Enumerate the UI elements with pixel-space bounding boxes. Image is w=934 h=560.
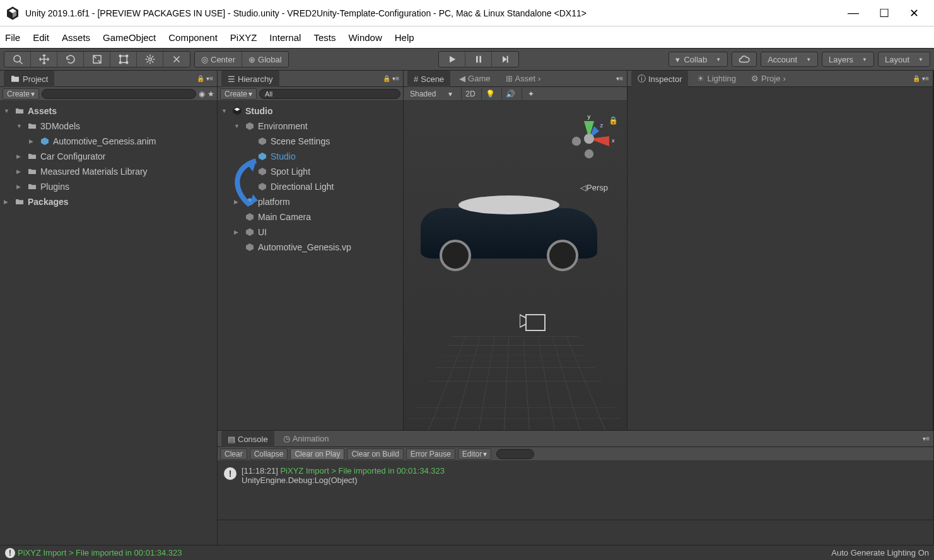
tab-hierarchy[interactable]: ☰ Hierarchy (221, 71, 279, 87)
menu-internal[interactable]: Internal (269, 32, 301, 43)
tab-scene[interactable]: # Scene (407, 71, 450, 87)
tab-lighting[interactable]: ☀ Lighting (691, 72, 742, 85)
fold-toggle-icon[interactable]: ▶ (4, 199, 11, 205)
hierarchy-tree[interactable]: ▼Studio▼EnvironmentScene SettingsStudioS… (218, 101, 403, 430)
tree-item[interactable]: ▶Plugins (0, 179, 217, 194)
menu-gameobject[interactable]: GameObject (103, 32, 156, 43)
menu-file[interactable]: File (5, 32, 20, 43)
console-editor-dropdown[interactable]: Editor ▾ (458, 448, 491, 460)
panel-options-icon[interactable]: 🔒 ▾≡ (197, 75, 213, 82)
pivot-global[interactable]: ⊕ Global (242, 52, 288, 67)
menu-edit[interactable]: Edit (33, 32, 49, 43)
tab-project-settings[interactable]: ⚙ Proje› (745, 72, 792, 85)
scale-tool[interactable] (84, 52, 110, 67)
tab-inspector[interactable]: ⓘ Inspector (631, 71, 688, 87)
pivot-center[interactable]: ◎ Center (195, 52, 242, 67)
tree-item[interactable]: ▶Packages (0, 194, 217, 209)
project-search-input[interactable] (42, 89, 196, 99)
panel-options-icon[interactable]: ▾≡ (616, 75, 623, 82)
tree-item[interactable]: ▼Studio (218, 103, 403, 119)
maximize-button[interactable]: ☐ (879, 6, 889, 20)
scene-panel: # Scene ◀ Game ⊞ Asset › ▾≡ Shaded ▾ 2D … (404, 71, 628, 430)
favorite-icon[interactable]: ★ (207, 90, 214, 98)
tree-item[interactable]: ▶Automotive_Genesis.anim (0, 134, 217, 149)
tree-item[interactable]: Main Camera (218, 209, 403, 225)
rotate-tool[interactable] (57, 52, 84, 67)
move-tool[interactable] (31, 52, 57, 67)
svg-point-3 (14, 55, 21, 62)
play-button[interactable] (439, 52, 465, 67)
tree-item[interactable]: ▶Car Configurator (0, 149, 217, 164)
panel-options-icon[interactable]: ▾≡ (923, 435, 930, 442)
tree-item[interactable]: Automotive_Genesis.vp (218, 240, 403, 255)
console-log-area[interactable]: ! [11:18:21] PiXYZ Import > File importe… (218, 461, 933, 520)
menu-help[interactable]: Help (395, 32, 414, 43)
console-collapse-toggle[interactable]: Collapse (250, 448, 288, 460)
tab-console[interactable]: ▤ Console (221, 431, 274, 447)
fold-toggle-icon[interactable]: ▶ (234, 229, 242, 235)
scene-light-toggle[interactable]: 💡 (481, 88, 499, 100)
rect-tool[interactable] (110, 52, 137, 67)
menu-tests[interactable]: Tests (313, 32, 336, 43)
fold-toggle-icon[interactable]: ▼ (16, 123, 24, 129)
fold-toggle-icon[interactable]: ▶ (234, 199, 242, 205)
panel-options-icon[interactable]: 🔒 ▾≡ (383, 75, 399, 82)
tree-item[interactable]: ▶Measured Materials Library (0, 164, 217, 179)
tree-item[interactable]: Directional Light (218, 179, 403, 194)
tree-item[interactable]: ▼3DModels (0, 119, 217, 134)
fold-toggle-icon[interactable]: ▼ (4, 108, 11, 114)
scene-audio-toggle[interactable]: 🔊 (501, 88, 519, 100)
console-clear-button[interactable]: Clear (220, 448, 247, 460)
close-button[interactable]: ✕ (909, 6, 919, 20)
tree-item[interactable]: Studio (218, 149, 403, 164)
fold-toggle-icon[interactable]: ▶ (16, 184, 24, 190)
shading-dropdown[interactable]: Shaded ▾ (406, 89, 456, 99)
tree-item[interactable]: ▶UI (218, 225, 403, 240)
tree-item[interactable]: Scene Settings (218, 134, 403, 149)
scene-2d-toggle[interactable]: 2D (461, 88, 479, 100)
transform-tool[interactable] (137, 52, 163, 67)
pause-button[interactable] (465, 52, 492, 67)
minimize-button[interactable]: — (848, 6, 859, 20)
console-log-entry[interactable]: ! [11:18:21] PiXYZ Import > File importe… (221, 465, 930, 486)
console-search-input[interactable] (496, 449, 534, 459)
scene-fx-toggle[interactable]: ✦ (522, 88, 539, 100)
menu-assets[interactable]: Assets (62, 32, 90, 43)
scene-gizmo[interactable]: y x z (564, 114, 614, 164)
menu-pixyz[interactable]: PiXYZ (230, 32, 257, 43)
custom-tool[interactable] (163, 52, 190, 67)
console-clear-on-play-toggle[interactable]: Clear on Play (290, 448, 344, 460)
hierarchy-search-input[interactable] (259, 89, 400, 99)
account-dropdown[interactable]: Account▼ (761, 52, 818, 67)
fold-toggle-icon[interactable]: ▼ (221, 108, 229, 114)
menu-window[interactable]: Window (348, 32, 382, 43)
fold-toggle-icon[interactable]: ▶ (16, 168, 24, 175)
tree-item[interactable]: ▼Assets (0, 103, 217, 119)
create-dropdown[interactable]: Create ▾ (3, 88, 39, 100)
console-error-pause-toggle[interactable]: Error Pause (406, 448, 455, 460)
layout-dropdown[interactable]: Layout▼ (878, 52, 930, 67)
svg-point-36 (585, 149, 593, 158)
tree-item[interactable]: ▶platform (218, 194, 403, 209)
hand-tool[interactable] (4, 52, 31, 67)
tab-animation[interactable]: ◷ Animation (277, 432, 336, 445)
step-button[interactable] (492, 52, 518, 67)
fold-toggle-icon[interactable]: ▶ (16, 153, 24, 160)
fold-toggle-icon[interactable]: ▼ (234, 123, 242, 129)
tab-game[interactable]: ◀ Game (453, 72, 496, 85)
collab-dropdown[interactable]: ▾ Collab▼ (668, 52, 728, 67)
fold-toggle-icon[interactable]: ▶ (29, 138, 37, 144)
tree-item[interactable]: ▼Environment (218, 119, 403, 134)
menu-component[interactable]: Component (168, 32, 218, 43)
console-clear-on-build-toggle[interactable]: Clear on Build (347, 448, 403, 460)
project-tree[interactable]: ▼Assets▼3DModels▶Automotive_Genesis.anim… (0, 101, 217, 545)
tab-asset[interactable]: ⊞ Asset › (499, 72, 547, 85)
panel-options-icon[interactable]: 🔒 ▾≡ (913, 75, 929, 82)
tab-project[interactable]: Project (4, 71, 54, 87)
cloud-button[interactable] (732, 52, 757, 67)
tree-item[interactable]: Spot Light (218, 164, 403, 179)
create-dropdown[interactable]: Create ▾ (220, 88, 257, 100)
filter-icon[interactable]: ◉ (199, 90, 205, 98)
layers-dropdown[interactable]: Layers▼ (822, 52, 874, 67)
scene-viewport[interactable]: 🔒 y x z ◁Persp (404, 101, 627, 430)
